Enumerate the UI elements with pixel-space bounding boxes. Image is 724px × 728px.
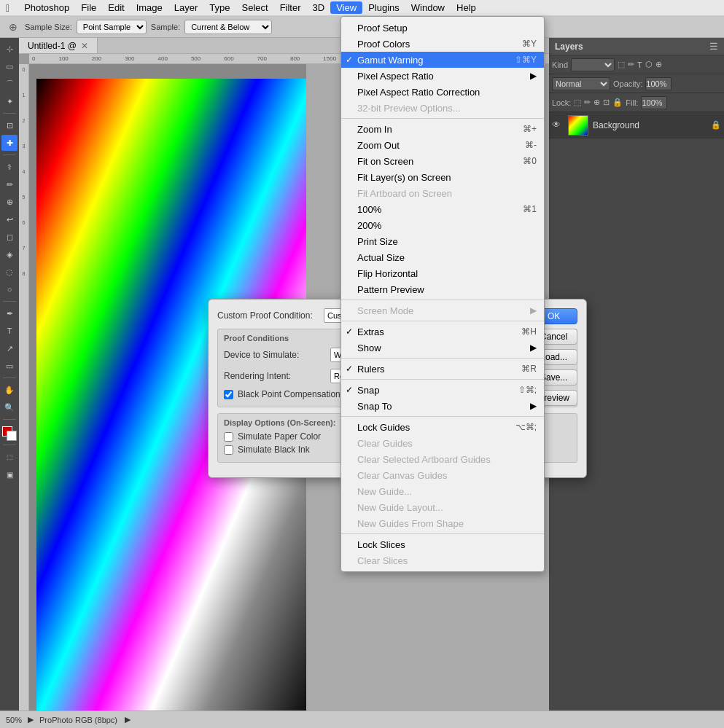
menu-separator-5 xyxy=(341,379,544,380)
menu-item-200pct[interactable]: 200% xyxy=(341,217,544,233)
menu-item-lock-slices[interactable]: Lock Slices xyxy=(341,536,544,552)
menu-item-flip-horizontal[interactable]: Flip Horizontal xyxy=(341,265,544,281)
menubar-item-help[interactable]: Help xyxy=(451,1,482,14)
menubar-item-view[interactable]: View xyxy=(330,1,362,14)
shape-tool[interactable]: ▭ xyxy=(1,358,17,374)
pen-tool[interactable]: ✒ xyxy=(1,305,17,321)
menubar-item-file[interactable]: File xyxy=(75,1,102,14)
color-swatch[interactable] xyxy=(2,426,17,441)
layer-icon-3[interactable]: T xyxy=(637,60,642,69)
menu-item-rulers[interactable]: ✓ Rulers ⌘R xyxy=(341,361,544,377)
menu-item-zoom-out[interactable]: Zoom Out ⌘- xyxy=(341,137,544,153)
menu-item-show[interactable]: Show ▶ xyxy=(341,340,544,356)
menu-item-snap-to[interactable]: Snap To ▶ xyxy=(341,398,544,414)
healing-tool[interactable]: ⚕ xyxy=(1,159,17,175)
blend-mode-select[interactable]: Normal xyxy=(552,77,610,90)
menu-item-clear-canvas-guides: Clear Canvas Guides xyxy=(341,467,544,483)
menu-item-proof-colors[interactable]: Proof Colors ⌘Y xyxy=(341,36,544,52)
menu-item-extras[interactable]: ✓ Extras ⌘H xyxy=(341,324,544,340)
zoom-tool[interactable]: 🔍 xyxy=(1,399,17,415)
lasso-tool[interactable]: ⌒ xyxy=(1,76,17,92)
menu-item-lock-guides[interactable]: Lock Guides ⌥⌘; xyxy=(341,419,544,435)
crop-tool[interactable]: ⊡ xyxy=(1,117,17,133)
kind-select[interactable] xyxy=(571,58,615,71)
zoom-out-shortcut: ⌘- xyxy=(525,140,537,150)
blur-tool[interactable]: ◌ xyxy=(1,264,17,280)
menubar-item-3d[interactable]: 3D xyxy=(307,1,331,14)
menubar-item-layer[interactable]: Layer xyxy=(168,1,204,14)
menu-item-snap[interactable]: ✓ Snap ⇧⌘; xyxy=(341,382,544,398)
gamut-warning-shortcut: ⇧⌘Y xyxy=(515,55,537,65)
menubar-item-image[interactable]: Image xyxy=(131,1,168,14)
screen-mode-tool[interactable]: ▣ xyxy=(1,466,17,482)
dodge-tool[interactable]: ○ xyxy=(1,281,17,297)
opacity-input[interactable] xyxy=(645,77,672,90)
lock-position-icon[interactable]: ⊕ xyxy=(593,98,600,107)
marquee-tool[interactable]: ▭ xyxy=(1,58,17,74)
menu-item-pattern-preview[interactable]: Pattern Preview xyxy=(341,281,544,297)
background-color[interactable] xyxy=(7,431,17,441)
status-arrow-icon[interactable]: ▶ xyxy=(28,715,34,724)
menu-separator-2 xyxy=(341,300,544,300)
quick-mask-tool[interactable]: ⬚ xyxy=(1,449,17,465)
layer-icon-2[interactable]: ✏ xyxy=(628,60,634,69)
document-title: Untitled-1 @ xyxy=(28,41,77,51)
menu-item-zoom-in[interactable]: Zoom In ⌘+ xyxy=(341,121,544,137)
layer-row-background[interactable]: 👁 Background 🔒 xyxy=(549,112,724,138)
menu-separator-3 xyxy=(341,321,544,321)
simulate-paper-checkbox[interactable] xyxy=(224,432,233,442)
menu-item-new-guides-from-shape: New Guides From Shape xyxy=(341,515,544,531)
history-brush[interactable]: ↩ xyxy=(1,211,17,227)
status-expand-icon[interactable]: ▶ xyxy=(125,715,131,724)
eraser-tool[interactable]: ◻ xyxy=(1,229,17,245)
menu-item-clear-guides-label: Clear Guides xyxy=(357,438,413,449)
lock-pixels-icon[interactable]: ✏ xyxy=(584,98,591,107)
menu-item-fit-layers[interactable]: Fit Layer(s) on Screen xyxy=(341,169,544,185)
lock-all-icon[interactable]: 🔒 xyxy=(612,98,623,107)
lock-transparent-icon[interactable]: ⬚ xyxy=(574,98,581,107)
menu-item-pixel-aspect-ratio-correction[interactable]: Pixel Aspect Ratio Correction xyxy=(341,84,544,100)
layer-icon-4[interactable]: ⬡ xyxy=(645,60,653,69)
menubar-item-filter[interactable]: Filter xyxy=(274,1,307,14)
menu-item-pixel-aspect-ratio[interactable]: Pixel Aspect Ratio ▶ xyxy=(341,68,544,84)
layers-panel-title: Layers xyxy=(555,42,583,52)
menu-item-100pct[interactable]: 100% ⌘1 xyxy=(341,201,544,217)
type-tool[interactable]: T xyxy=(1,323,17,339)
hand-tool[interactable]: ✋ xyxy=(1,382,17,398)
fill-input[interactable] xyxy=(641,96,667,109)
eyedropper-tool active[interactable]: ✚ xyxy=(1,135,17,151)
document-tab[interactable]: Untitled-1 @ ✕ xyxy=(19,38,98,53)
sample-size-select[interactable]: Point Sample xyxy=(77,20,147,34)
menubar-item-type[interactable]: Type xyxy=(203,1,236,14)
menubar-item-window[interactable]: Window xyxy=(405,1,451,14)
snap-to-arrow-icon: ▶ xyxy=(530,401,537,411)
sample-label: Sample: xyxy=(151,23,180,31)
layer-icon-1[interactable]: ⬚ xyxy=(618,60,625,69)
lock-artboard-icon[interactable]: ⊡ xyxy=(603,98,610,107)
layers-panel-menu-icon[interactable]: ☰ xyxy=(709,41,718,52)
brush-tool[interactable]: ✏ xyxy=(1,176,17,192)
layer-icon-5[interactable]: ⊕ xyxy=(655,60,662,69)
menu-separator-1 xyxy=(341,118,544,119)
clone-tool[interactable]: ⊕ xyxy=(1,194,17,210)
menu-item-fit-on-screen[interactable]: Fit on Screen ⌘0 xyxy=(341,153,544,169)
kind-label: Kind xyxy=(552,60,568,69)
menubar-item-select[interactable]: Select xyxy=(236,1,274,14)
magic-wand-tool[interactable]: ✦ xyxy=(1,93,17,109)
close-tab-icon[interactable]: ✕ xyxy=(81,41,88,51)
move-tool[interactable]: ⊹ xyxy=(1,41,17,57)
black-point-checkbox[interactable] xyxy=(224,390,233,399)
menu-item-proof-setup[interactable]: Proof Setup xyxy=(341,20,544,36)
menu-item-gamut-warning[interactable]: ✓ Gamut Warning ⇧⌘Y xyxy=(341,52,544,68)
menubar-item-photoshop[interactable]: Photoshop xyxy=(18,1,75,14)
layer-visibility-icon[interactable]: 👁 xyxy=(552,120,564,131)
extras-check-icon: ✓ xyxy=(346,326,353,337)
simulate-black-checkbox[interactable] xyxy=(224,445,233,455)
gradient-tool[interactable]: ◈ xyxy=(1,246,17,262)
menubar-item-edit[interactable]: Edit xyxy=(102,1,130,14)
menu-item-actual-size[interactable]: Actual Size xyxy=(341,249,544,265)
menubar-item-plugins[interactable]: Plugins xyxy=(362,1,405,14)
sample-select[interactable]: Current & Below xyxy=(184,20,272,34)
path-selection-tool[interactable]: ↗ xyxy=(1,340,17,356)
menu-item-print-size[interactable]: Print Size xyxy=(341,233,544,249)
